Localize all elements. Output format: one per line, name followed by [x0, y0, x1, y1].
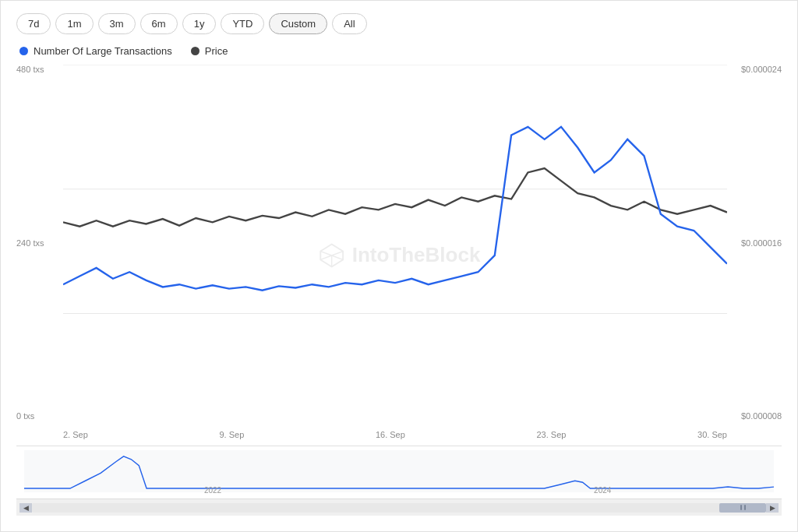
chart-area: 480 txs 240 txs 0 txs $0.000024 $0.00001…: [16, 65, 782, 531]
legend-price: Price: [191, 45, 228, 57]
scrollbar[interactable]: ◀ ▶: [16, 499, 782, 516]
btn-custom[interactable]: Custom: [269, 13, 327, 34]
scroll-track[interactable]: [32, 503, 766, 513]
x-axis: 2. Sep 9. Sep 16. Sep 23. Sep 30. Sep: [63, 424, 727, 446]
legend-label-transactions: Number Of Large Transactions: [34, 45, 172, 57]
legend-dot-price: [191, 47, 200, 55]
btn-6m[interactable]: 6m: [140, 13, 178, 34]
btn-1y[interactable]: 1y: [182, 13, 217, 34]
y-right-top: $0.000024: [741, 65, 782, 74]
btn-7d[interactable]: 7d: [16, 13, 51, 34]
x-label-2: 9. Sep: [219, 430, 244, 439]
mini-chart-svg: [24, 450, 774, 492]
x-label-5: 30. Sep: [697, 430, 727, 439]
btn-ytd[interactable]: YTD: [221, 13, 264, 34]
scroll-handle-1: [740, 505, 742, 510]
btn-all[interactable]: All: [332, 13, 366, 34]
legend-label-price: Price: [205, 45, 228, 57]
scroll-handle-2: [744, 505, 746, 510]
y-left-bot: 0 txs: [16, 411, 63, 421]
legend-transactions: Number Of Large Transactions: [19, 45, 172, 57]
svg-rect-7: [24, 450, 774, 492]
y-axis-left: 480 txs 240 txs 0 txs: [16, 65, 63, 422]
chart-legend: Number Of Large Transactions Price: [16, 45, 782, 57]
main-chart: 480 txs 240 txs 0 txs $0.000024 $0.00001…: [16, 65, 782, 446]
y-left-mid: 240 txs: [16, 238, 63, 248]
y-left-top: 480 txs: [16, 65, 63, 74]
btn-3m[interactable]: 3m: [98, 13, 136, 34]
y-axis-right: $0.000024 $0.000016 $0.000008: [727, 65, 782, 422]
scroll-thumb[interactable]: [719, 503, 766, 513]
x-label-1: 2. Sep: [63, 430, 88, 439]
legend-dot-transactions: [19, 47, 28, 55]
x-label-3: 16. Sep: [376, 430, 405, 439]
scroll-left-arrow[interactable]: ◀: [19, 503, 32, 513]
mini-chart-area: 2022 2024 ◀ ▶: [16, 446, 782, 516]
x-label-4: 23. Sep: [536, 430, 566, 439]
y-right-mid: $0.000016: [741, 238, 782, 248]
time-range-bar: 7d 1m 3m 6m 1y YTD Custom All: [16, 13, 782, 34]
btn-1m[interactable]: 1m: [55, 13, 93, 34]
scroll-right-arrow[interactable]: ▶: [766, 503, 779, 513]
chart-svg: [63, 65, 727, 314]
main-container: 7d 1m 3m 6m 1y YTD Custom All Number Of …: [0, 0, 798, 532]
y-right-bot: $0.000008: [741, 411, 782, 421]
